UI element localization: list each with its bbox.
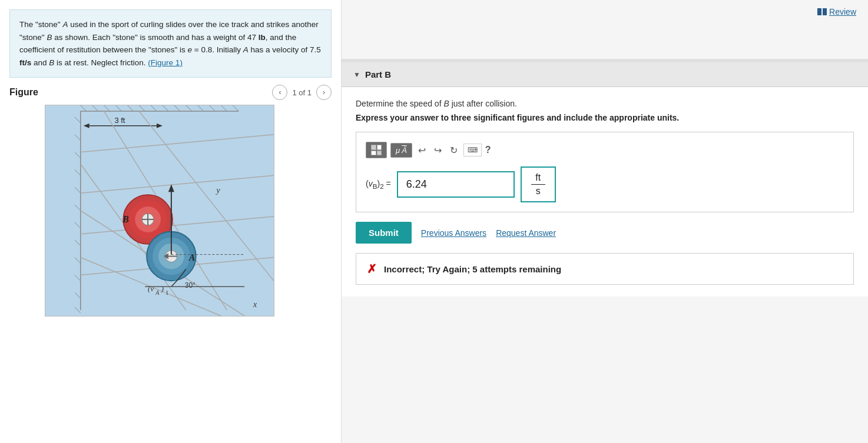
figure-header: Figure ‹ 1 of 1 › <box>9 85 332 100</box>
units-numerator: ft <box>531 172 545 185</box>
next-figure-button[interactable]: › <box>316 85 332 100</box>
figure-title: Figure <box>9 87 38 98</box>
figure-image: 3 ft <box>45 105 274 317</box>
keyboard-button[interactable]: ⌨ <box>463 144 482 156</box>
mu-button[interactable]: μ Ä <box>390 143 412 158</box>
answer-row: (vB)2 = ft s <box>366 166 844 202</box>
right-panel: Review ▼ Part B Determine the speed of B… <box>342 0 868 443</box>
figure-link[interactable]: (Figure 1) <box>148 58 183 67</box>
previous-answers-link[interactable]: Previous Answers <box>421 228 486 238</box>
submit-button[interactable]: Submit <box>356 222 412 244</box>
svg-text:x: x <box>253 300 257 309</box>
error-x-icon: ✗ <box>367 262 377 276</box>
error-box: ✗ Incorrect; Try Again; 5 attempts remai… <box>356 253 854 285</box>
answer-box: μ Ä ↩ ↪ ↻ ⌨ ? <box>356 132 854 212</box>
review-label: Review <box>829 7 856 16</box>
help-button[interactable]: ? <box>485 145 491 155</box>
a-label: Ä <box>402 146 407 155</box>
left-scroll-area[interactable]: The "stone" A used in the sport of curli… <box>0 0 341 443</box>
units-box: ft s <box>521 166 556 202</box>
review-link[interactable]: Review <box>817 7 856 16</box>
question-mark-icon: ? <box>485 145 491 155</box>
problem-text-box: The "stone" A used in the sport of curli… <box>9 9 332 78</box>
part-content: Determine the speed of B just after coll… <box>342 87 868 297</box>
redo-button[interactable]: ↪ <box>432 144 444 157</box>
matrix-icon <box>371 145 382 155</box>
toolbar: μ Ä ↩ ↪ ↻ ⌨ ? <box>366 142 844 158</box>
figure-count: 1 of 1 <box>292 88 312 97</box>
part-header-title: Part B <box>365 69 391 79</box>
keyboard-icon: ⌨ <box>468 146 478 154</box>
refresh-button[interactable]: ↻ <box>448 144 460 157</box>
left-panel: The "stone" A used in the sport of curli… <box>0 0 342 443</box>
units-denominator: s <box>536 186 541 196</box>
review-icon <box>817 8 827 15</box>
mu-label: μ <box>396 146 400 155</box>
collapse-arrow-icon: ▼ <box>353 71 360 79</box>
matrix-button[interactable] <box>366 142 387 158</box>
part-section: ▼ Part B Determine the speed of B just a… <box>342 62 868 297</box>
svg-text:3 ft: 3 ft <box>114 116 125 125</box>
undo-button[interactable]: ↩ <box>416 144 428 157</box>
svg-text:30°: 30° <box>185 282 196 290</box>
svg-text:B: B <box>122 214 129 224</box>
figure-section: Figure ‹ 1 of 1 › <box>0 85 341 317</box>
svg-text:A: A <box>188 252 196 262</box>
problem-description: Determine the speed of B just after coll… <box>356 99 854 108</box>
answer-label: (vB)2 = <box>366 179 391 190</box>
prev-figure-button[interactable]: ‹ <box>272 85 287 100</box>
part-header[interactable]: ▼ Part B <box>342 62 868 87</box>
figure-nav: ‹ 1 of 1 › <box>272 85 332 100</box>
error-message: Incorrect; Try Again; 5 attempts remaini… <box>384 264 561 274</box>
top-bar-right: Review <box>342 0 868 29</box>
answer-input[interactable] <box>397 171 515 198</box>
submit-row: Submit Previous Answers Request Answer <box>356 222 854 244</box>
svg-text:y: y <box>215 186 220 195</box>
request-answer-link[interactable]: Request Answer <box>496 228 556 238</box>
bold-instruction: Express your answer to three significant… <box>356 113 854 122</box>
